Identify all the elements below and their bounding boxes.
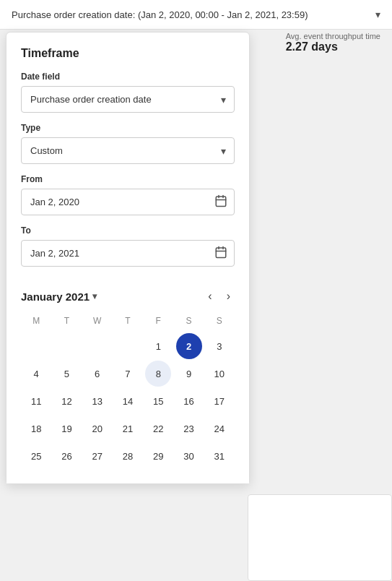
weekday-sun: S [204,313,235,329]
calendar-container: January 2021 ▾ ‹ › M T W T F S S 1234567… [6,277,249,483]
cal-day-empty [53,333,79,359]
calendar-nav: ‹ › [204,288,235,304]
cal-day[interactable]: 29 [145,443,171,469]
calendar-dropdown-arrow-icon: ▾ [92,291,97,301]
calendar-grid: M T W T F S S 12345678910111213141516171… [21,313,235,469]
date-field-select-wrapper: Purchase order creation date ▾ [21,86,235,113]
cal-day[interactable]: 5 [53,361,79,387]
weekday-tue: T [51,313,82,329]
date-range-label: Purchase order creation date: (Jan 2, 20… [12,9,308,20]
cal-day[interactable]: 23 [176,416,202,442]
cal-day[interactable]: 15 [145,388,171,414]
weekday-mon: M [21,313,51,329]
cal-day[interactable]: 16 [176,388,202,414]
cal-day[interactable]: 28 [115,443,141,469]
calendar-month-year[interactable]: January 2021 ▾ [21,290,97,303]
weekday-thu: T [113,313,143,329]
cal-day[interactable]: 17 [206,388,232,414]
to-input-wrapper [21,240,235,267]
popup-title: Timeframe [21,47,235,60]
cal-day[interactable]: 14 [115,388,141,414]
cal-day[interactable]: 2 [176,333,202,359]
weekday-sat: S [173,313,204,329]
cal-day[interactable]: 3 [206,333,232,359]
cal-day[interactable]: 20 [84,416,110,442]
calendar-month-year-text: January 2021 [21,290,90,303]
type-select-wrapper: CustomLast 7 daysLast 30 daysLast 90 day… [21,137,235,164]
date-field-select[interactable]: Purchase order creation date [21,86,235,113]
cal-day[interactable]: 12 [53,388,79,414]
cal-day[interactable]: 4 [23,361,49,387]
calendar-prev-button[interactable]: ‹ [204,288,216,304]
cal-day-empty [84,333,110,359]
cal-day[interactable]: 30 [176,443,202,469]
cal-day[interactable]: 10 [206,361,232,387]
calendar-days: 1234567891011121314151617181920212223242… [21,333,235,469]
cal-day[interactable]: 31 [206,443,232,469]
cal-day[interactable]: 19 [53,416,79,442]
timeframe-popup: Timeframe Date field Purchase order crea… [6,32,250,484]
metric-panel: Avg. event throughput time 2.27 days [286,32,380,53]
cal-day[interactable]: 27 [84,443,110,469]
weekday-fri: F [143,313,173,329]
cal-day[interactable]: 18 [23,416,49,442]
from-input-wrapper [21,189,235,215]
chart-area [248,494,392,581]
cal-day[interactable]: 26 [53,443,79,469]
cal-day[interactable]: 6 [84,361,110,387]
to-date-input[interactable] [21,240,235,267]
cal-day[interactable]: 21 [115,416,141,442]
weekday-wed: W [82,313,113,329]
cal-day[interactable]: 25 [23,443,49,469]
cal-day[interactable]: 8 [145,361,171,387]
metric-value: 2.27 days [286,40,380,53]
to-label: To [21,225,235,236]
top-bar-chevron-icon[interactable]: ▾ [375,9,380,20]
cal-day[interactable]: 24 [206,416,232,442]
type-label: Type [21,123,235,133]
metric-label: Avg. event throughput time [286,32,380,40]
cal-day[interactable]: 11 [23,388,49,414]
cal-day-empty [115,333,141,359]
calendar-weekdays: M T W T F S S [21,313,235,329]
calendar-next-button[interactable]: › [222,288,235,304]
cal-day[interactable]: 13 [84,388,110,414]
cal-day-empty [23,333,49,359]
from-label: From [21,174,235,184]
from-date-input[interactable] [21,189,235,215]
date-field-label: Date field [21,72,235,82]
cal-day[interactable]: 9 [176,361,202,387]
cal-day[interactable]: 7 [115,361,141,387]
calendar-header: January 2021 ▾ ‹ › [21,288,235,304]
type-select[interactable]: CustomLast 7 daysLast 30 daysLast 90 day… [21,137,235,164]
top-bar: Purchase order creation date: (Jan 2, 20… [0,0,392,30]
cal-day[interactable]: 1 [145,333,171,359]
cal-day[interactable]: 22 [145,416,171,442]
